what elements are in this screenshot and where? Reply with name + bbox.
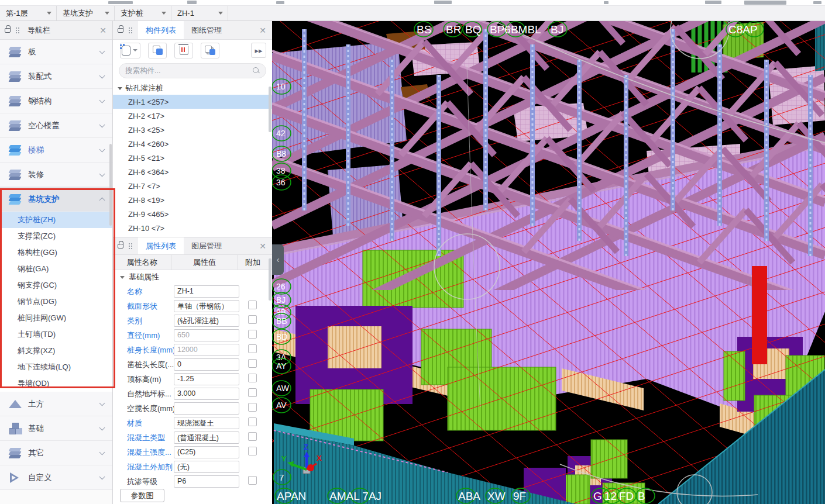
component-list-item[interactable]: ZH-2 <17> [113,109,272,123]
property-value-input[interactable]: -1.25 [174,373,239,385]
property-value-input[interactable]: 3.000 [174,388,239,400]
grid-label: FD [619,490,634,502]
attach-checkbox[interactable] [248,374,257,382]
component-list-item[interactable]: ZH-5 <21> [113,151,272,165]
component-list-item[interactable]: ZH-3 <25> [113,123,272,137]
sidebar-subitem[interactable]: 支撑梁(ZC) [0,228,112,244]
drag-handle-icon[interactable] [128,243,132,249]
sidebar-item-steel-structure[interactable]: 钢结构 [0,89,112,113]
component-list-item[interactable]: ZH-9 <465> [113,207,272,221]
property-value-input[interactable]: (钻孔灌注桩) [174,315,239,327]
sidebar-subitem[interactable]: 钢节点(DG) [0,294,112,310]
sidebar-item-decoration[interactable]: 装修 [0,163,112,187]
sidebar-subitem[interactable]: 支护桩(ZH) [0,212,112,228]
attach-checkbox[interactable] [248,403,257,412]
search-icon [253,67,260,74]
lock-icon[interactable] [118,244,123,248]
tab-property-list[interactable]: 属性列表 [138,237,184,254]
sidebar-subitem[interactable]: 桩间挂网(GW) [0,310,112,326]
attach-checkbox[interactable] [248,359,257,368]
attach-checkbox[interactable] [248,476,257,485]
sidebar-item-stairs[interactable]: 楼梯 [0,138,112,163]
sidebar-item-hollow-slab[interactable]: 空心楼盖 [0,113,112,138]
nav-scrollbar[interactable] [109,144,112,226]
property-value-input[interactable]: (普通混凝土) [174,431,239,444]
attach-checkbox[interactable] [248,447,257,455]
expand-toolbar-button[interactable]: ▸▸ [251,43,266,58]
floor-select[interactable]: 第-1层 [0,6,57,20]
sidebar-item-foundation[interactable]: 基础 [0,416,112,441]
property-table-header: 属性名称 属性值 附加 [113,255,272,270]
component-list-item[interactable]: ZH-10 <7> [113,221,272,235]
batch-copy-button[interactable] [201,43,219,58]
property-value-input[interactable]: 12000 [174,344,239,356]
drag-handle-icon[interactable] [128,27,132,33]
attach-checkbox[interactable] [248,344,257,353]
tab-layer-management[interactable]: 图层管理 [184,237,229,254]
sidebar-subitem[interactable]: 导墙(QD) [0,375,112,392]
close-icon[interactable]: ✕ [259,242,266,250]
property-value-input[interactable]: 0 [174,358,239,371]
search-input[interactable] [125,67,253,75]
sidebar-subitem[interactable]: 土钉墙(TD) [0,326,112,343]
property-value-input[interactable]: 单轴（带钢筋） [174,300,239,312]
property-value-input[interactable]: P6 [174,475,239,488]
close-icon[interactable]: ✕ [259,26,266,34]
grid-label: BQ [465,23,481,36]
property-group-basic[interactable]: 基础属性 [113,270,272,284]
property-row: 桩身长度(mm)12000 [113,343,272,357]
new-component-icon [122,46,130,56]
sidebar-subitem[interactable]: 地下连续墙(LQ) [0,359,112,375]
sidebar-item-custom[interactable]: 自定义 [0,465,112,490]
tab-drawing-management[interactable]: 图纸管理 [184,21,229,39]
tab-component-list[interactable]: 构件列表 [138,21,184,39]
panel-collapse-handle[interactable]: ‹ [272,244,284,275]
chevron-down-icon [161,12,166,15]
component-list-item[interactable]: ZH-6 <364> [113,165,272,179]
component-list-item[interactable]: ZH-4 <260> [113,137,272,151]
property-value-input[interactable]: ZH-1 [174,285,239,298]
close-icon[interactable]: ✕ [99,26,106,34]
sidebar-subitem[interactable]: 钢支撑(GC) [0,277,112,294]
parameter-diagram-button[interactable]: 参数图 [120,489,164,502]
property-value-input[interactable]: 650 [174,329,239,341]
category-select[interactable]: 基坑支护 [57,6,115,20]
lock-icon[interactable] [118,28,123,33]
component-list-item[interactable]: ZH-7 <7> [113,179,272,193]
sidebar-item-slab[interactable]: 板 [0,40,112,64]
property-value-input[interactable]: (C25) [174,446,239,458]
sidebar-subitem[interactable]: 斜支撑(XZ) [0,343,112,359]
attach-checkbox[interactable] [248,301,257,309]
sidebar-item-pit-support[interactable]: 基坑支护 [0,187,112,212]
property-value-input[interactable]: (无) [174,461,239,473]
tree-root-node[interactable]: 钻孔灌注桩 [113,82,272,95]
sidebar-subitem[interactable]: 格构柱(GG) [0,244,112,261]
component-list-header: 构件列表 图纸管理 ✕ [113,21,272,40]
chevron-down-icon [99,171,105,177]
attach-checkbox[interactable] [248,432,257,441]
sidebar-item-prefab[interactable]: 装配式 [0,64,112,89]
model-3d-viewport[interactable]: ‹ BSBRBQBP6BMBLBJC8AP1042B8383626BJ9BBBB… [272,21,825,504]
copy-component-button[interactable] [148,43,167,58]
property-scrollbar[interactable] [269,258,271,301]
delete-component-button[interactable] [174,43,193,58]
grid-label: BJ [551,23,563,36]
element-type-select[interactable]: 支护桩 [115,6,171,20]
chevron-down-icon [99,49,105,54]
sidebar-item-earthwork[interactable]: 土方 [0,392,112,416]
property-value-input[interactable]: 现浇混凝土 [174,417,239,429]
component-list-item[interactable]: ZH-1 <257> [113,95,272,109]
sidebar-item-other[interactable]: 其它 [0,441,112,465]
attach-checkbox[interactable] [248,417,257,426]
list-scrollbar[interactable] [269,87,271,132]
lock-icon[interactable] [5,28,11,33]
attach-checkbox[interactable] [248,388,257,397]
new-component-button[interactable] [120,43,140,58]
drag-handle-icon[interactable] [15,27,19,33]
attach-checkbox[interactable] [248,330,257,339]
component-select[interactable]: ZH-1 [171,6,228,20]
component-list-item[interactable]: ZH-8 <19> [113,193,272,207]
property-value-input[interactable] [174,402,239,415]
sidebar-subitem[interactable]: 钢桩(GA) [0,261,112,277]
attach-checkbox[interactable] [248,315,257,324]
